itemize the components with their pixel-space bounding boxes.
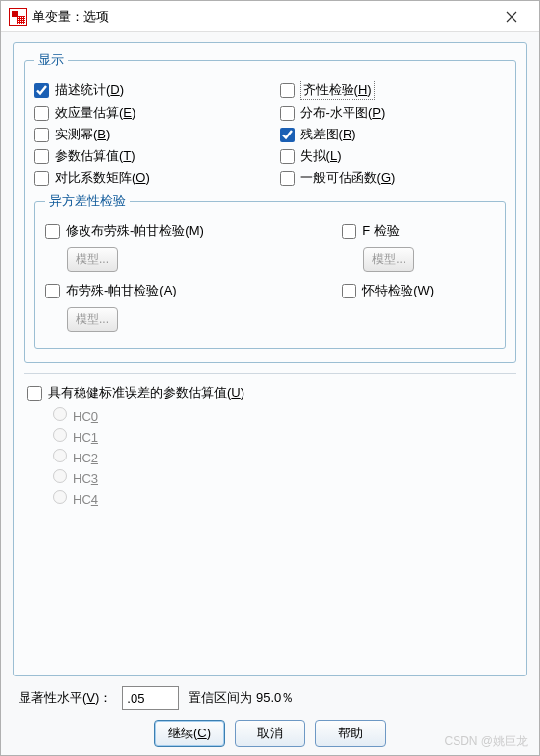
checkbox-white[interactable] <box>342 284 356 298</box>
label-hc3: HC3 <box>73 471 98 486</box>
hetero-group: 异方差性检验 修改布劳殊-帕甘检验(M) F 检验 模型... 模型... 布劳… <box>34 192 506 349</box>
label-observed-power[interactable]: 实测幂(B) <box>55 126 110 143</box>
sig-input[interactable] <box>122 686 179 710</box>
radio-hc4 <box>53 490 67 504</box>
radio-hc3 <box>53 469 67 483</box>
label-f-test[interactable]: F 检验 <box>362 222 400 240</box>
label-hc1: HC1 <box>73 430 98 445</box>
radio-hc1 <box>53 428 67 442</box>
label-effect-size[interactable]: 效应量估算(E) <box>55 104 135 122</box>
app-icon <box>9 8 27 26</box>
display-group: 显示 描述统计(D) 齐性检验(H) 效应量估算(E) 分布-水平图(P) 实测… <box>24 51 516 363</box>
checkbox-robust[interactable] <box>27 386 42 401</box>
label-robust[interactable]: 具有稳健标准误差的参数估算值(U) <box>48 384 244 402</box>
options-dialog: 单变量：选项 显示 描述统计(D) 齐性检验(H) 效应量估算(E) 分布-水平… <box>0 0 540 756</box>
label-homogeneity[interactable]: 齐性检验(H) <box>300 81 375 100</box>
model-button-1: 模型... <box>67 247 118 272</box>
checkbox-observed-power[interactable] <box>34 128 49 142</box>
label-bp[interactable]: 布劳殊-帕甘检验(A) <box>66 282 177 299</box>
window-title: 单变量：选项 <box>32 8 492 26</box>
label-lack-of-fit[interactable]: 失拟(L) <box>300 147 342 165</box>
ci-text: 置信区间为 95.0％ <box>189 689 294 707</box>
sig-label: 显著性水平(V)： <box>19 689 112 707</box>
continue-button[interactable]: 继续(C) <box>154 720 225 747</box>
label-estimable-func[interactable]: 一般可估函数(G) <box>300 169 396 187</box>
checkbox-effect-size[interactable] <box>34 106 49 121</box>
radio-hc0 <box>53 407 67 421</box>
cancel-button[interactable]: 取消 <box>235 720 305 747</box>
checkbox-f-test[interactable] <box>342 224 356 239</box>
hetero-legend: 异方差性检验 <box>45 192 130 210</box>
display-legend: 显示 <box>34 51 68 69</box>
checkbox-residual-plot[interactable] <box>280 128 295 142</box>
checkbox-lack-of-fit[interactable] <box>280 149 295 164</box>
checkbox-homogeneity[interactable] <box>280 83 295 98</box>
checkbox-contrast-matrix[interactable] <box>34 171 49 186</box>
checkbox-param-est[interactable] <box>34 149 49 164</box>
close-icon <box>506 11 517 23</box>
checkbox-estimable-func[interactable] <box>280 171 295 186</box>
dialog-body: 显示 描述统计(D) 齐性检验(H) 效应量估算(E) 分布-水平图(P) 实测… <box>1 32 539 755</box>
label-param-est[interactable]: 参数估算值(T) <box>55 147 135 165</box>
label-white[interactable]: 怀特检验(W) <box>362 282 434 299</box>
model-button-3: 模型... <box>67 307 118 332</box>
label-hc2: HC2 <box>73 451 98 465</box>
label-desc-stats[interactable]: 描述统计(D) <box>55 81 124 99</box>
label-contrast-matrix[interactable]: 对比系数矩阵(O) <box>55 169 150 187</box>
close-button[interactable] <box>492 3 531 30</box>
label-hc0: HC0 <box>73 409 98 424</box>
button-row: 继续(C) 取消 帮助 <box>13 714 527 747</box>
checkbox-bp[interactable] <box>45 284 60 298</box>
label-spread-level[interactable]: 分布-水平图(P) <box>300 104 386 122</box>
checkbox-mod-bp[interactable] <box>45 224 60 239</box>
significance-row: 显著性水平(V)： 置信区间为 95.0％ <box>13 676 527 714</box>
model-button-2: 模型... <box>363 247 414 272</box>
titlebar: 单变量：选项 <box>1 1 539 32</box>
radio-hc2 <box>53 449 67 462</box>
label-hc4: HC4 <box>73 492 98 507</box>
label-mod-bp[interactable]: 修改布劳殊-帕甘检验(M) <box>66 222 204 240</box>
checkbox-desc-stats[interactable] <box>34 83 49 98</box>
checkbox-spread-level[interactable] <box>280 106 295 121</box>
label-residual-plot[interactable]: 残差图(R) <box>300 126 356 143</box>
help-button[interactable]: 帮助 <box>315 720 386 747</box>
outer-panel: 显示 描述统计(D) 齐性检验(H) 效应量估算(E) 分布-水平图(P) 实测… <box>13 42 527 676</box>
